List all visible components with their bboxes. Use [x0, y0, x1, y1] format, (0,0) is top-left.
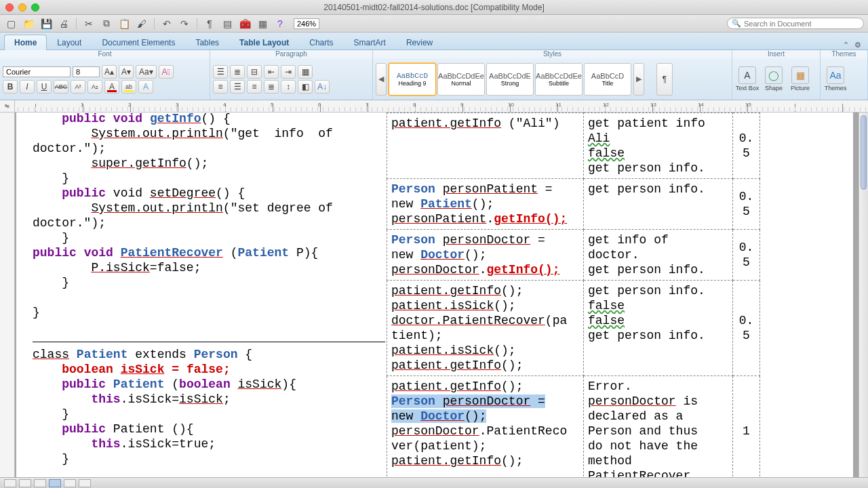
document-area: public void getInfo() { System.out.print…: [0, 113, 868, 477]
align-right-button[interactable]: ≡: [247, 80, 262, 94]
undo-icon[interactable]: ↶: [160, 17, 174, 30]
style-item[interactable]: AaBbCcDHeading 9: [389, 63, 436, 96]
group-font: Font Courier 8 A▴ A▾ Aa▾ A⃠ B I U ABC A²: [0, 50, 210, 100]
shrink-font-button[interactable]: A▾: [119, 65, 134, 79]
highlight-button[interactable]: ab: [121, 80, 136, 94]
tab-tables[interactable]: Tables: [185, 35, 229, 50]
view-focus-button[interactable]: [79, 479, 91, 487]
justify-button[interactable]: ≣: [264, 80, 279, 94]
underline-button[interactable]: U: [37, 80, 52, 94]
view-print-button[interactable]: [49, 479, 61, 487]
superscript-button[interactable]: A²: [71, 80, 85, 94]
style-item[interactable]: AaBbCcDTitle: [584, 63, 631, 96]
clear-format-button[interactable]: A⃠: [159, 65, 174, 79]
close-icon[interactable]: [5, 3, 14, 12]
strike-button[interactable]: ABC: [54, 80, 68, 94]
tab-table-layout[interactable]: Table Layout: [229, 35, 299, 50]
increase-indent-button[interactable]: ⇥: [281, 65, 296, 79]
bold-button[interactable]: B: [3, 80, 18, 94]
toolbox-icon[interactable]: 🧰: [238, 17, 252, 30]
decrease-indent-button[interactable]: ⇤: [264, 65, 279, 79]
italic-button[interactable]: I: [20, 80, 35, 94]
style-gallery: AaBbCcDHeading 9AaBbCcDdEeNormalAaBbCcDd…: [389, 63, 631, 96]
table-row: Person personDoctor = new Doctor(); pers…: [387, 230, 760, 281]
picture-button[interactable]: ▦Picture: [788, 66, 812, 92]
view-publishing-button[interactable]: [34, 479, 46, 487]
font-size-selector[interactable]: 8: [73, 66, 100, 77]
collapse-ribbon-icon[interactable]: ⌃: [843, 41, 849, 49]
themes-button[interactable]: AaThemes: [823, 66, 848, 92]
page[interactable]: public void getInfo() { System.out.print…: [16, 113, 853, 477]
grow-font-button[interactable]: A▴: [102, 65, 117, 79]
text-effects-button[interactable]: A: [138, 80, 153, 94]
view-notebook-button[interactable]: [64, 479, 76, 487]
minimize-icon[interactable]: [18, 3, 26, 12]
style-item[interactable]: AaBbCcDdEeSubtitle: [535, 63, 583, 96]
redo-icon[interactable]: ↷: [178, 17, 191, 30]
save-icon[interactable]: 💾: [39, 17, 53, 30]
subscript-button[interactable]: A₂: [87, 80, 102, 94]
font-name-selector[interactable]: Courier: [3, 66, 71, 77]
zoom-selector[interactable]: 246%: [294, 18, 319, 29]
shading-button[interactable]: ◧: [298, 80, 313, 94]
media-icon[interactable]: ▦: [256, 17, 269, 30]
copy-icon[interactable]: ⧉: [100, 17, 113, 30]
view-outline-button[interactable]: [19, 479, 31, 487]
align-center-button[interactable]: ☰: [230, 80, 245, 94]
text-box-button[interactable]: AText Box: [735, 66, 760, 92]
group-paragraph: Paragraph ☰ ≣ ⊟ ⇤ ⇥ ▦ ≡ ☰ ≡ ≣ ↕ ◧: [210, 50, 373, 100]
view-draft-button[interactable]: [4, 479, 16, 487]
new-doc-icon[interactable]: ▢: [4, 17, 18, 30]
search-input[interactable]: [744, 20, 859, 28]
open-icon[interactable]: 📁: [22, 17, 35, 30]
numbering-button[interactable]: ≣: [230, 65, 245, 79]
styles-pane-button[interactable]: ¶: [656, 63, 673, 96]
table-row: patient.getInfo ("Ali")get patient info …: [387, 113, 760, 179]
style-item[interactable]: AaBbCcDdEStrong: [486, 63, 534, 96]
titlebar: 20140501-midt02-fall2014-solutions.doc […: [0, 0, 868, 15]
help-icon[interactable]: ?: [273, 17, 287, 30]
paste-icon[interactable]: 📋: [117, 17, 131, 30]
status-bar: [0, 477, 868, 488]
vertical-scrollbar[interactable]: [859, 113, 868, 477]
align-left-button[interactable]: ≡: [213, 80, 228, 94]
text-box-icon: A: [738, 66, 756, 84]
sidebar-icon[interactable]: ▤: [220, 17, 234, 30]
gear-icon[interactable]: ⚙: [854, 41, 861, 49]
group-styles: Styles ◀ AaBbCcDHeading 9AaBbCcDdEeNorma…: [373, 50, 732, 100]
tab-document-elements[interactable]: Document Elements: [92, 35, 185, 50]
code-block-2: class Patient extends Person { boolean i…: [33, 347, 385, 466]
line-spacing-button[interactable]: ↕: [281, 80, 296, 94]
format-painter-icon[interactable]: 🖌: [135, 17, 149, 30]
quick-access-toolbar: ▢ 📁 💾 🖨 ✂ ⧉ 📋 🖌 ↶ ↷ ¶ ▤ 🧰 ▦ ? 246% 🔍: [0, 15, 868, 33]
scrollbar-thumb[interactable]: [861, 115, 867, 190]
tab-review[interactable]: Review: [396, 35, 443, 50]
bullets-button[interactable]: ☰: [213, 65, 228, 79]
horizontal-ruler[interactable]: ↹ 123456789101112131415: [0, 100, 868, 113]
borders-button[interactable]: ▦: [298, 65, 313, 79]
multilevel-button[interactable]: ⊟: [247, 65, 262, 79]
styles-prev-button[interactable]: ◀: [376, 63, 387, 96]
themes-icon: Aa: [827, 66, 844, 84]
font-color-button[interactable]: A: [104, 80, 119, 94]
tab-layout[interactable]: Layout: [47, 35, 92, 50]
window-title: 20140501-midt02-fall2014-solutions.doc […: [323, 3, 545, 12]
sort-button[interactable]: A↓: [315, 80, 330, 94]
zoom-icon[interactable]: [31, 3, 39, 12]
style-item[interactable]: AaBbCcDdEeNormal: [437, 63, 485, 96]
styles-next-button[interactable]: ▶: [633, 63, 644, 96]
picture-icon: ▦: [791, 66, 809, 84]
tab-smartart[interactable]: SmartArt: [344, 35, 396, 50]
pilcrow-icon[interactable]: ¶: [203, 17, 216, 30]
answer-table: patient.getInfo ("Ali")get patient info …: [387, 113, 760, 477]
shape-button[interactable]: ◯Shape: [762, 66, 786, 92]
cut-icon[interactable]: ✂: [82, 17, 96, 30]
vertical-ruler[interactable]: [0, 113, 15, 477]
ribbon: Font Courier 8 A▴ A▾ Aa▾ A⃠ B I U ABC A²: [0, 50, 868, 100]
search-box[interactable]: 🔍: [727, 18, 864, 29]
window-controls: [5, 3, 39, 12]
tab-home[interactable]: Home: [4, 35, 47, 50]
print-icon[interactable]: 🖨: [57, 17, 71, 30]
change-case-button[interactable]: Aa▾: [136, 65, 157, 79]
tab-charts[interactable]: Charts: [299, 35, 343, 50]
